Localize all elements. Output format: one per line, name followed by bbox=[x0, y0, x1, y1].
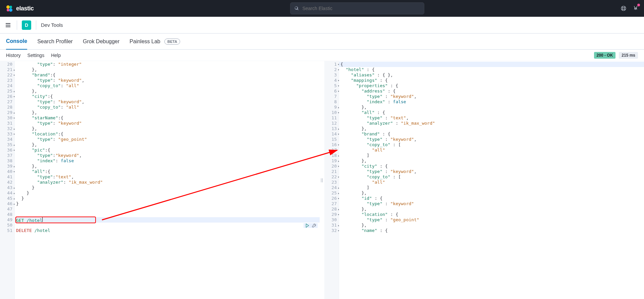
response-viewer[interactable]: { "hotel" : { "aliases" : { }, "mappings… bbox=[339, 61, 644, 299]
response-pane: 1▾2▾34▾5▾6▾789▴10▾111213▴14▾1516▾1718▴19… bbox=[324, 61, 644, 299]
response-status-badge: 200 - OK bbox=[594, 52, 616, 59]
wrench-icon[interactable] bbox=[312, 223, 316, 228]
svg-point-4 bbox=[621, 6, 626, 11]
svg-point-3 bbox=[9, 8, 12, 12]
sub-header: D Dev Tools bbox=[0, 17, 644, 34]
logo[interactable]: elastic bbox=[5, 4, 34, 12]
response-time-badge: 215 ms bbox=[619, 52, 638, 59]
request-gutter: 2021▴22▾232425▴26▾272829▴30▾3132▴33▾3435… bbox=[0, 61, 15, 299]
svg-point-0 bbox=[6, 5, 10, 9]
cheer-icon bbox=[633, 5, 639, 11]
svg-point-1 bbox=[9, 6, 12, 8]
request-pane[interactable]: 2021▴22▾232425▴26▾272829▴30▾3132▴33▾3435… bbox=[0, 61, 320, 299]
nav-toggle-button[interactable] bbox=[4, 21, 12, 29]
space-selector[interactable]: D bbox=[22, 20, 31, 30]
beta-badge: BETA bbox=[164, 39, 180, 45]
header-actions bbox=[621, 5, 639, 12]
help-icon[interactable] bbox=[621, 5, 627, 11]
tab-painless-lab[interactable]: Painless Lab bbox=[129, 34, 160, 50]
play-icon[interactable] bbox=[305, 223, 310, 228]
grip-icon: || bbox=[321, 178, 323, 182]
search-icon bbox=[294, 6, 299, 11]
svg-point-2 bbox=[7, 9, 9, 11]
pane-resize-handle[interactable]: || bbox=[320, 61, 324, 299]
request-editor[interactable]: "type": "integer" }, "brand":{ "type": "… bbox=[15, 61, 320, 299]
settings-link[interactable]: Settings bbox=[28, 53, 45, 58]
search-input[interactable] bbox=[302, 6, 420, 11]
divider bbox=[36, 20, 36, 30]
devtools-tabs: Console Search Profiler Grok Debugger Pa… bbox=[0, 34, 644, 50]
request-actions[interactable] bbox=[304, 223, 318, 228]
divider bbox=[17, 20, 17, 30]
tab-console[interactable]: Console bbox=[6, 34, 27, 50]
response-gutter: 1▾2▾34▾5▾6▾789▴10▾111213▴14▾1516▾1718▴19… bbox=[324, 61, 339, 299]
svg-point-5 bbox=[623, 7, 625, 9]
console-toolbar: History Settings Help 200 - OK 215 ms bbox=[0, 50, 644, 61]
top-header: elastic bbox=[0, 0, 644, 17]
help-link[interactable]: Help bbox=[51, 53, 61, 58]
breadcrumb[interactable]: Dev Tools bbox=[41, 22, 63, 28]
editor-area: 2021▴22▾232425▴26▾272829▴30▾3132▴33▾3435… bbox=[0, 61, 644, 299]
tab-search-profiler[interactable]: Search Profiler bbox=[37, 34, 73, 50]
newsfeed-button[interactable] bbox=[633, 5, 639, 12]
elastic-logo-icon bbox=[5, 4, 13, 12]
brand-text: elastic bbox=[16, 5, 34, 12]
tab-grok-debugger[interactable]: Grok Debugger bbox=[83, 34, 119, 50]
history-link[interactable]: History bbox=[6, 53, 21, 58]
global-search[interactable] bbox=[290, 2, 424, 14]
